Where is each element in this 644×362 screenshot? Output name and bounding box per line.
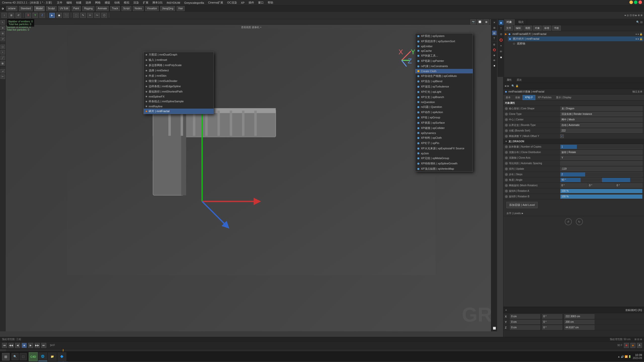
xp-branch[interactable]: XP分支 | xpBranch bbox=[415, 95, 473, 100]
tool-move-3d[interactable]: ⊕ bbox=[1, 26, 5, 30]
vptool-8[interactable]: 👁 bbox=[492, 58, 497, 63]
menu-render[interactable]: 渲染 bbox=[133, 1, 139, 5]
rotation-a-slider[interactable]: 100 % bbox=[560, 189, 642, 193]
taskbar-search[interactable]: 🔍 bbox=[12, 353, 19, 360]
eye-icon-10[interactable]: ○ bbox=[505, 162, 508, 165]
tl-to-end[interactable]: ⏭ bbox=[41, 343, 46, 348]
xp-cache[interactable]: xpCache bbox=[415, 49, 473, 53]
taskbar-edge[interactable]: 🔷 bbox=[57, 352, 66, 361]
ctx-edgespline[interactable]: 边样条线 | mntEdgeSpline bbox=[144, 84, 214, 89]
rotation-b-slider[interactable]: 100 % bbox=[560, 194, 642, 199]
taskbar-c4d[interactable]: C4D bbox=[29, 352, 38, 361]
tab-hair[interactable]: Hair bbox=[177, 6, 185, 11]
xp-collider[interactable]: XP碰撞 | xpCollider bbox=[415, 125, 473, 131]
ctx-skin[interactable]: 外皮 | mntSkin bbox=[144, 73, 214, 78]
xp-blend[interactable]: XP混合 | xpBlend bbox=[415, 79, 473, 84]
tl-to-start[interactable]: ⏮ bbox=[2, 343, 7, 348]
tool-render[interactable]: ▶ bbox=[49, 13, 55, 18]
subtab-display[interactable]: 显示 | Display bbox=[554, 95, 574, 100]
subtab-xp-particles[interactable]: XP-Particles bbox=[535, 95, 554, 100]
vptool-9[interactable]: ◽ bbox=[492, 63, 497, 68]
coord-x-scale[interactable]: 222.3083 cm bbox=[564, 314, 594, 319]
xp-quicktools[interactable]: XP快捷工具... bbox=[415, 53, 473, 58]
xp-constraints[interactable]: rx约束 | nxConstraints bbox=[415, 64, 473, 69]
xp-action[interactable]: XP动作 | xpAction bbox=[415, 110, 473, 115]
attr-center-value[interactable]: 网中 | Mesh bbox=[560, 117, 642, 122]
icon-star[interactable]: ✦ bbox=[499, 43, 504, 48]
attr-tab-hierarchy[interactable]: 层次 bbox=[514, 77, 524, 82]
scene-bookmarks[interactable]: 书签 bbox=[552, 26, 561, 31]
tool-rotate[interactable]: ↺ bbox=[16, 13, 21, 18]
menu-script101[interactable]: 脚本101 bbox=[152, 1, 163, 5]
coord-z-pos[interactable]: 0 cm bbox=[510, 325, 540, 330]
close-button[interactable] bbox=[638, 1, 642, 4]
tab-uv[interactable]: UV Edit bbox=[58, 6, 70, 11]
img-lock[interactable]: 🔓 bbox=[639, 37, 642, 40]
eye-icon-9[interactable]: ○ bbox=[505, 156, 508, 159]
icon-circle-right[interactable]: ↻ bbox=[576, 218, 583, 225]
tab-jiangqing[interactable]: JiangQing bbox=[160, 6, 175, 11]
eye-icon-8[interactable]: ○ bbox=[505, 151, 508, 154]
eye-icon-6[interactable]: ○ bbox=[505, 135, 508, 138]
menu-extend[interactable]: 扩展 bbox=[143, 1, 148, 5]
tab-rigging[interactable]: Rigging bbox=[82, 6, 94, 11]
ctx-polyscale[interactable]: 多边形网格 | mntPolyScale bbox=[144, 63, 214, 68]
tool-edge[interactable]: ╱ bbox=[1, 56, 5, 60]
menu-xp[interactable]: XP bbox=[241, 1, 245, 4]
xp-systemsort[interactable]: XP系统排序 | xpSystemSort bbox=[415, 39, 473, 44]
xp-light[interactable]: XP灯光 | xpLight bbox=[415, 89, 473, 95]
menu-edit[interactable]: 编辑 bbox=[66, 1, 72, 5]
tab-scenes[interactable]: 场次 bbox=[515, 19, 527, 25]
xp-join[interactable]: xpJoin bbox=[415, 151, 473, 156]
attr-clone-type-value[interactable]: 渲染实例 | Render Instance bbox=[560, 112, 642, 116]
levels-dropdown[interactable]: 水平 | Levels bbox=[505, 211, 525, 216]
xp-splinegrowth[interactable]: XP特殊增长 | xpSplineGrowth bbox=[415, 161, 473, 166]
tool-scale[interactable]: ⊞ bbox=[9, 13, 14, 18]
menu-animate[interactable]: 动画 bbox=[114, 1, 120, 5]
menu-octane[interactable]: OC渲染 bbox=[227, 1, 237, 5]
coord-y-scale[interactable]: 200 cm bbox=[564, 320, 594, 324]
render-toggle[interactable]: ● bbox=[637, 33, 639, 35]
attr-forward-icon[interactable]: ▶ bbox=[507, 84, 509, 87]
tool-spline[interactable]: 〜 bbox=[94, 13, 100, 18]
menu-create[interactable]: 创建 bbox=[76, 1, 82, 5]
eye-icon-15[interactable]: ○ bbox=[505, 190, 508, 193]
eye-toggle[interactable]: ● bbox=[635, 33, 637, 35]
tool-x[interactable]: X bbox=[25, 13, 31, 18]
ctx-splinefx[interactable]: mntSplineFX bbox=[144, 94, 214, 99]
menu-mesh[interactable]: 网格 bbox=[95, 1, 101, 5]
xp-vertexmap[interactable]: XP顶点贴图 | xpVertexMap bbox=[415, 166, 473, 171]
tool-paint[interactable]: ✎ bbox=[80, 13, 86, 18]
menu-insydium[interactable]: INSYDIUM bbox=[167, 1, 180, 4]
eye-icon-2[interactable]: ○ bbox=[505, 113, 508, 116]
tree-item-mntfractal[interactable]: ▶ ◆ mntFractal碎片 | mntFractal ● ● 🔒 bbox=[504, 32, 643, 36]
lock-toggle[interactable]: 🔒 bbox=[639, 33, 642, 35]
xp-surface[interactable]: XP表面 | xpSurface bbox=[415, 120, 473, 125]
scene-tags[interactable]: 标签 bbox=[543, 26, 551, 31]
add-level-button[interactable]: 添加层级 | Add Level bbox=[506, 202, 538, 208]
xp-pin[interactable]: XP钉子 | xpPin bbox=[415, 141, 473, 146]
vptool-1[interactable]: ✕ bbox=[492, 20, 497, 25]
eye-icon-12[interactable]: ○ bbox=[505, 173, 508, 176]
tab-standard[interactable]: Standard bbox=[19, 6, 33, 11]
img-render[interactable]: ● bbox=[637, 37, 639, 40]
ctx-subdivider[interactable]: 细分量 | mntSubDivider bbox=[144, 78, 214, 84]
eye-icon-3[interactable]: ○ bbox=[505, 118, 508, 121]
copies-slider[interactable]: 1 bbox=[560, 145, 642, 149]
xp-turbulence[interactable]: XP湍流 | xpTurbulence bbox=[415, 84, 473, 89]
xp-dynamics[interactable]: xpDynamics bbox=[415, 131, 473, 135]
taskbar-chrome[interactable]: 🌐 bbox=[38, 352, 47, 361]
menu-help[interactable]: 帮助 bbox=[268, 1, 273, 5]
eye-icon-1[interactable]: ○ bbox=[505, 107, 508, 110]
tool-render3[interactable]: ⬛ bbox=[63, 13, 69, 18]
tl-record[interactable]: ⏺ bbox=[624, 343, 629, 348]
xp-createcloth[interactable]: Create Cloth bbox=[415, 69, 473, 73]
mesh-rot-y[interactable]: 0 ° bbox=[588, 183, 615, 188]
icon-box[interactable]: ◽ bbox=[499, 55, 504, 60]
menu-c4d-ext[interactable]: Cinema扩展 bbox=[208, 1, 223, 5]
ctx-dualgraph[interactable]: 方图层 | mntDualGraph bbox=[144, 52, 214, 57]
eye-icon-5[interactable]: ○ bbox=[505, 129, 508, 132]
xp-cellauto[interactable]: XP自动生产细胞 | xpCellAuto bbox=[415, 73, 473, 79]
vp-render-mode[interactable]: ▦ bbox=[484, 19, 489, 24]
vptool-2[interactable]: ⊞ bbox=[492, 25, 497, 30]
